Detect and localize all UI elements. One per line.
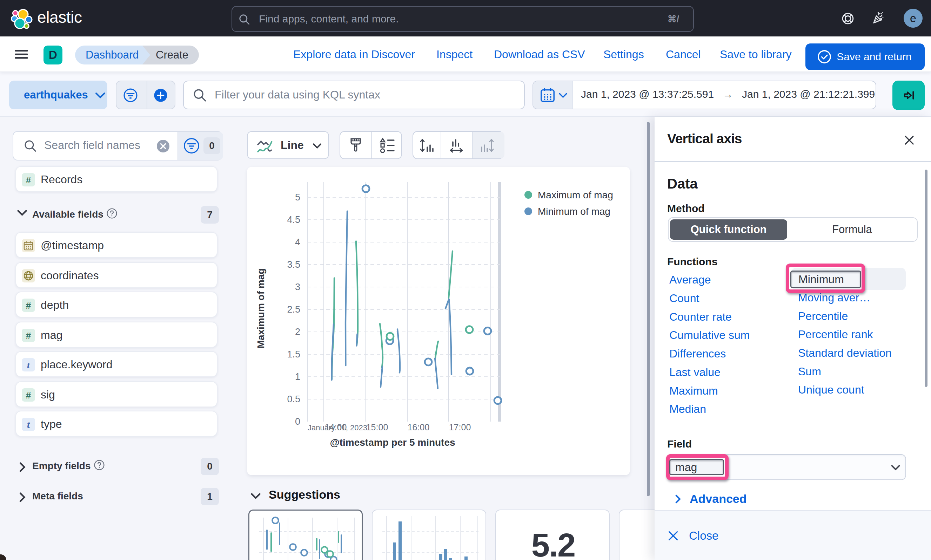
svg-text:Maximum of mag: Maximum of mag	[255, 268, 266, 349]
svg-text:14:00: 14:00	[325, 422, 347, 432]
svg-text:1: 1	[295, 371, 300, 382]
svg-text:2.5: 2.5	[287, 304, 300, 315]
svg-text:4: 4	[295, 237, 300, 248]
svg-text:3.5: 3.5	[287, 259, 300, 270]
svg-text:15:00: 15:00	[366, 422, 388, 432]
svg-text:16:00: 16:00	[408, 422, 430, 432]
svg-text:17:00: 17:00	[449, 422, 471, 432]
svg-text:Maximum of mag: Maximum of mag	[538, 189, 613, 200]
svg-text:0.5: 0.5	[287, 394, 300, 405]
svg-text:@timestamp per 5 minutes: @timestamp per 5 minutes	[330, 437, 455, 448]
svg-text:3: 3	[295, 282, 300, 292]
svg-text:5: 5	[295, 192, 300, 203]
svg-text:0: 0	[295, 416, 300, 427]
svg-text:1.5: 1.5	[287, 349, 300, 360]
svg-text:2: 2	[295, 327, 300, 337]
svg-text:4.5: 4.5	[287, 214, 300, 225]
svg-text:Minimum of mag: Minimum of mag	[538, 206, 610, 217]
